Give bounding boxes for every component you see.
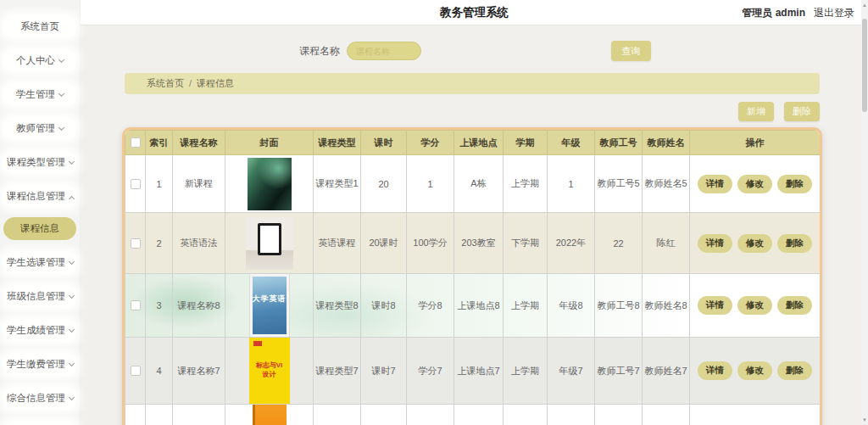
sidebar-item-7[interactable]: 课程信息 xyxy=(3,217,76,240)
sidebar-item-1[interactable]: 系统首页 xyxy=(3,15,76,38)
cell: 课程类型8 xyxy=(314,274,361,338)
delete-row-button[interactable]: 删除 xyxy=(777,175,812,193)
breadcrumb-separator: / xyxy=(189,78,192,88)
delete-row-button[interactable]: 删除 xyxy=(777,361,812,380)
table-row: 1新课程课程类型1201A栋上学期1教师工号5教师姓名5详情修改删除 xyxy=(125,155,821,213)
cell: 学分6 xyxy=(407,405,454,425)
detail-button[interactable]: 详情 xyxy=(698,361,732,380)
chevron-up-icon xyxy=(69,196,75,202)
sidebar-item-5[interactable]: 课程类型管理 xyxy=(3,151,76,174)
sidebar-item-label: 课程信息 xyxy=(20,223,59,233)
cell: 3 xyxy=(146,274,173,338)
breadcrumb-current: 课程信息 xyxy=(197,78,234,88)
column-header: 课时 xyxy=(361,131,407,155)
row-checkbox[interactable] xyxy=(131,300,141,310)
cell: 上学期 xyxy=(504,405,548,425)
breadcrumb-home[interactable]: 系统首页 xyxy=(147,78,184,88)
sidebar-item-2[interactable]: 个人中心 xyxy=(3,49,76,72)
detail-button[interactable]: 详情 xyxy=(698,234,732,253)
row-checkbox[interactable] xyxy=(131,366,141,376)
page: 系统首页个人中心学生管理教师管理课程类型管理课程信息管理课程信息学生选课管理班级… xyxy=(0,0,868,425)
edit-button[interactable]: 修改 xyxy=(737,296,772,315)
breadcrumb: 系统首页/课程信息 xyxy=(125,73,820,94)
cell: 课程类型7 xyxy=(314,338,361,405)
delete-button[interactable]: 删除 xyxy=(784,102,820,121)
cell: 教师姓名6 xyxy=(643,405,690,425)
select-all-checkbox[interactable] xyxy=(131,137,141,148)
cell: 1 xyxy=(548,155,595,213)
cell: 教师姓名7 xyxy=(643,338,690,405)
scrollbar[interactable]: ▲ ▼ xyxy=(861,0,868,425)
course-name-input[interactable] xyxy=(347,42,421,60)
row-checkbox[interactable] xyxy=(131,179,141,189)
cell: 2 xyxy=(146,213,173,274)
sidebar-item-13[interactable]: 系统管理 xyxy=(3,421,76,425)
cell: 年级8 xyxy=(548,274,595,338)
sidebar-item-4[interactable]: 教师管理 xyxy=(3,117,76,140)
search-bar: 课程名称 查询 xyxy=(81,40,868,62)
cell: 2022年 xyxy=(548,213,595,274)
delete-row-button[interactable]: 删除 xyxy=(777,234,812,253)
edit-button[interactable]: 修改 xyxy=(737,361,772,380)
cover-image: 大学英语 xyxy=(250,274,289,337)
cell: 教师工号8 xyxy=(595,274,643,338)
query-button[interactable]: 查询 xyxy=(611,41,651,61)
sidebar-item-label: 班级信息管理 xyxy=(7,291,65,301)
table-body: 1新课程课程类型1201A栋上学期1教师工号5教师姓名5详情修改删除2英语语法英… xyxy=(125,155,821,425)
sidebar-menu: 系统首页个人中心学生管理教师管理课程类型管理课程信息管理课程信息学生选课管理班级… xyxy=(0,0,81,425)
cell: 教师姓名8 xyxy=(643,274,690,338)
cell: 英语语法 xyxy=(173,213,225,274)
cell: 陈红 xyxy=(643,213,690,274)
cell: 4 xyxy=(146,338,173,405)
row-checkbox[interactable] xyxy=(131,238,141,249)
sidebar-item-10[interactable]: 学生成绩管理 xyxy=(3,319,76,342)
sidebar-item-label: 教师管理 xyxy=(16,123,55,133)
sidebar-item-label: 系统首页 xyxy=(20,21,59,31)
scroll-up-icon[interactable]: ▲ xyxy=(861,2,868,8)
sidebar-item-label: 课程信息管理 xyxy=(7,191,65,201)
cell: 20课时 xyxy=(361,213,407,274)
sidebar-item-label: 学生成绩管理 xyxy=(7,325,65,335)
cell: 1 xyxy=(146,155,173,213)
cell: 学分8 xyxy=(407,274,454,338)
cell: 5 xyxy=(146,405,173,425)
cell: 上学期 xyxy=(504,274,548,338)
sidebar-item-label: 个人中心 xyxy=(16,55,55,65)
user-info: 管理员 admin退出登录 xyxy=(742,0,854,25)
logout-link[interactable]: 退出登录 xyxy=(814,7,854,19)
column-header: 课程类型 xyxy=(314,131,361,155)
column-header: 封面 xyxy=(225,131,314,155)
detail-button[interactable]: 详情 xyxy=(698,296,732,315)
table-header-row: 索引课程名称封面课程类型课时学分上课地点学期年级教师工号教师姓名操作 xyxy=(125,131,821,155)
sidebar-item-12[interactable]: 综合信息管理 xyxy=(3,387,76,410)
sidebar-item-9[interactable]: 班级信息管理 xyxy=(3,285,76,308)
sidebar-item-label: 学生缴费管理 xyxy=(7,359,65,369)
sidebar-item-3[interactable]: 学生管理 xyxy=(3,83,76,106)
cell: 教师工号7 xyxy=(595,338,643,405)
sidebar-item-11[interactable]: 学生缴费管理 xyxy=(3,353,76,376)
chevron-down-icon xyxy=(69,361,75,366)
sidebar-item-8[interactable]: 学生选课管理 xyxy=(3,251,76,274)
table-row: 5课程名称6课程类型6课时6学分6上课地点6上学期年级6教师工号6教师姓名6详情… xyxy=(125,405,821,425)
detail-button[interactable]: 详情 xyxy=(698,175,732,193)
scroll-down-icon[interactable]: ▼ xyxy=(861,417,868,423)
sidebar-item-6[interactable]: 课程信息管理 xyxy=(3,185,76,208)
column-header: 课程名称 xyxy=(173,131,225,155)
delete-row-button[interactable]: 删除 xyxy=(777,296,812,315)
column-header: 教师工号 xyxy=(595,131,643,155)
chevron-down-icon xyxy=(69,259,75,265)
cell: 教师工号6 xyxy=(595,405,643,425)
topbar: 教务管理系统 管理员 admin退出登录 xyxy=(81,0,868,25)
edit-button[interactable]: 修改 xyxy=(737,234,772,253)
edit-button[interactable]: 修改 xyxy=(737,175,772,193)
cell: 上学期 xyxy=(504,155,548,213)
cell: 1 xyxy=(407,155,454,213)
add-button[interactable]: 新增 xyxy=(738,102,774,121)
cell: 教师姓名5 xyxy=(643,155,690,213)
cell: 年级6 xyxy=(548,405,595,425)
cell: 203教室 xyxy=(454,213,504,274)
sidebar-item-label: 学生管理 xyxy=(16,89,55,99)
cell: 教师工号5 xyxy=(595,155,643,213)
scrollbar-thumb[interactable] xyxy=(862,19,867,112)
cell: 上课地点8 xyxy=(454,274,504,338)
